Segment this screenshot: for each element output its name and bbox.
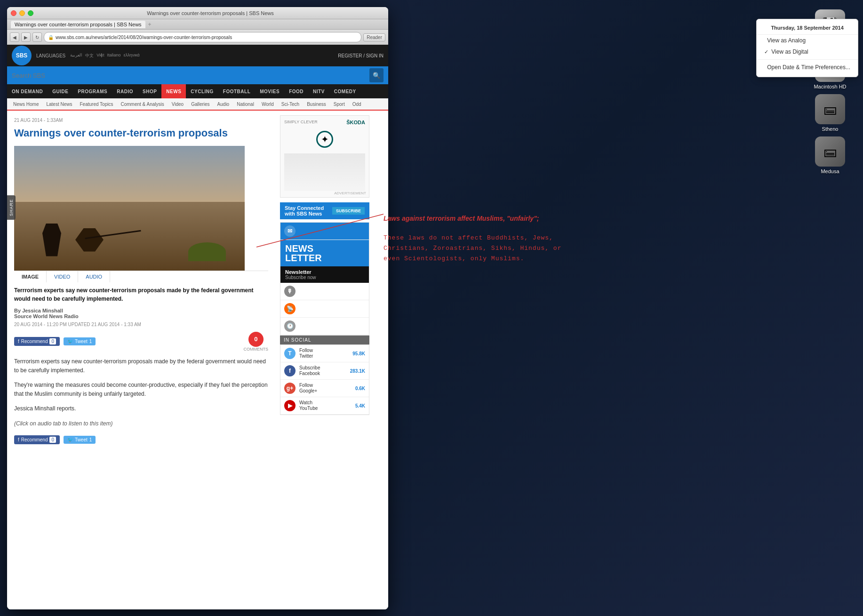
subnav-comment-analysis[interactable]: Comment & Analysis bbox=[117, 98, 168, 110]
nav-nitv[interactable]: NITV bbox=[308, 84, 329, 98]
comments-label: COMMENTS bbox=[244, 347, 269, 352]
gplus-icon: g+ bbox=[284, 383, 296, 394]
active-tab[interactable]: Warnings over counter-terrorism proposal… bbox=[11, 21, 145, 28]
maximize-button[interactable] bbox=[28, 10, 33, 16]
close-button[interactable] bbox=[11, 10, 16, 16]
nav-cycling[interactable]: CYCLING bbox=[186, 84, 218, 98]
fb-recommend-button[interactable]: f Recommend 0 bbox=[14, 337, 60, 346]
facebook-count: 283.1K bbox=[350, 368, 365, 374]
url-bar[interactable]: 🔒 www.sbs.com.au/news/article/2014/08/20… bbox=[44, 32, 361, 42]
subnav-audio[interactable]: Audio bbox=[214, 98, 233, 110]
gplus-social-item[interactable]: g+ Follow Google+ 0.6K bbox=[280, 380, 369, 397]
lang-italiano[interactable]: Italiano bbox=[107, 53, 121, 59]
nav-radio[interactable]: RADIO bbox=[112, 84, 138, 98]
search-button[interactable]: 🔍 bbox=[369, 68, 384, 82]
clock-item[interactable]: 🕐 bbox=[280, 318, 369, 335]
minimize-button[interactable] bbox=[19, 10, 25, 16]
subnav-sport[interactable]: Sport bbox=[330, 98, 349, 110]
sub-navigation: News Home Latest News Featured Topics Co… bbox=[7, 98, 388, 111]
reader-button[interactable]: Reader bbox=[363, 33, 385, 41]
nav-on-demand[interactable]: ON DEMAND bbox=[7, 84, 48, 98]
desktop-icon-medusa[interactable]: 🖴 Medusa bbox=[811, 136, 849, 174]
tab-audio[interactable]: AUDIO bbox=[78, 271, 110, 282]
window-title: Warnings over counter-terrorism proposal… bbox=[36, 10, 384, 16]
nav-shop[interactable]: SHOP bbox=[138, 84, 161, 98]
youtube-social-item[interactable]: ▶ Watch YouTube 5.4K bbox=[280, 397, 369, 415]
source-name: World News Radio bbox=[33, 313, 78, 319]
menu-divider bbox=[757, 59, 858, 60]
subnav-odd[interactable]: Odd bbox=[349, 98, 365, 110]
by-label: By bbox=[14, 308, 22, 313]
subnav-featured-topics[interactable]: Featured Topics bbox=[76, 98, 117, 110]
twitter-social-item[interactable]: T Follow Twitter 95.8K bbox=[280, 345, 369, 362]
newsletter-box: NEWS LETTER Newsletter Subscribe now bbox=[280, 240, 369, 283]
tweet-button-bottom[interactable]: 🐦 Tweet 1 bbox=[64, 436, 96, 444]
reload-button[interactable]: ↻ bbox=[32, 32, 42, 42]
view-as-analog-item[interactable]: View as Analog bbox=[757, 35, 858, 46]
subnav-sci-tech[interactable]: Sci-Tech bbox=[278, 98, 303, 110]
article-body-3: Jessica Minshall reports. bbox=[14, 404, 268, 413]
subnav-business[interactable]: Business bbox=[303, 98, 330, 110]
gplus-action: Follow bbox=[299, 383, 352, 388]
register-link[interactable]: REGISTER / SIGN IN bbox=[338, 53, 384, 58]
article-image-area: IMAGE VIDEO AUDIO bbox=[14, 146, 268, 282]
lang-arabic[interactable]: العربية bbox=[70, 53, 82, 59]
subnav-galleries[interactable]: Galleries bbox=[187, 98, 213, 110]
facebook-platform: Facebook bbox=[299, 371, 346, 376]
search-input[interactable] bbox=[12, 72, 369, 79]
languages-link[interactable]: LANGUAGES bbox=[36, 53, 65, 58]
subscribe-btn[interactable]: SUBSCRIBE bbox=[332, 207, 365, 215]
tab-video[interactable]: VIDEO bbox=[47, 271, 78, 282]
in-social-label: IN SOCIAL bbox=[280, 336, 369, 344]
article-bold-lead: Terrrorism experts say new counter-terro… bbox=[14, 286, 268, 303]
nav-comedy[interactable]: COMEDY bbox=[329, 84, 361, 98]
fb-count: 0 bbox=[49, 338, 56, 344]
nav-movies[interactable]: MOVIES bbox=[255, 84, 284, 98]
subnav-latest-news[interactable]: Latest News bbox=[42, 98, 76, 110]
facebook-social-item[interactable]: f Subscribe Facebook 283.1K bbox=[280, 362, 369, 380]
author-name: Jessica Minshall bbox=[22, 308, 63, 313]
share-label: SHARE bbox=[9, 199, 14, 216]
back-button[interactable]: ◀ bbox=[10, 32, 19, 42]
rss-icon: 📡 bbox=[284, 303, 296, 314]
site-content: SBS LANGUAGES العربية 中文 Việt Italiano ε… bbox=[7, 45, 388, 609]
newsletter-cta[interactable]: Newsletter Subscribe now bbox=[280, 266, 369, 283]
desktop: Warnings over counter-terrorism proposal… bbox=[0, 0, 863, 616]
nav-food[interactable]: FOOD bbox=[284, 84, 308, 98]
subnav-news-home[interactable]: News Home bbox=[9, 98, 42, 110]
view-as-digital-item[interactable]: View as Digital bbox=[757, 46, 858, 57]
address-bar: ◀ ▶ ↻ 🔒 www.sbs.com.au/news/article/2014… bbox=[7, 30, 388, 45]
gplus-text: Follow Google+ bbox=[299, 383, 352, 394]
subnav-video[interactable]: Video bbox=[168, 98, 187, 110]
share-sidebar[interactable]: SHARE bbox=[7, 195, 16, 220]
desktop-icon-stheno[interactable]: 🖴 Stheno bbox=[811, 94, 849, 132]
subnav-national[interactable]: National bbox=[233, 98, 258, 110]
new-tab-button[interactable]: + bbox=[148, 21, 152, 28]
fb-recommend-bottom[interactable]: f Recommend 0 bbox=[14, 435, 60, 444]
lang-viet[interactable]: Việt bbox=[96, 53, 104, 59]
forward-button[interactable]: ▶ bbox=[21, 32, 31, 42]
nav-guide[interactable]: GUIDE bbox=[48, 84, 73, 98]
tweet-button[interactable]: 🐦 Tweet 1 bbox=[64, 337, 96, 345]
subnav-world[interactable]: World bbox=[258, 98, 278, 110]
search-bar-area: 🔍 bbox=[7, 66, 388, 84]
rss-item[interactable]: 📡 bbox=[280, 300, 369, 318]
article-timestamp: 20 AUG 2014 - 11:20 PM UPDATED 21 AUG 20… bbox=[14, 322, 268, 327]
nav-news[interactable]: NEWS bbox=[161, 84, 186, 98]
tab-image[interactable]: IMAGE bbox=[14, 271, 47, 282]
twitter-icon: T bbox=[284, 348, 296, 359]
lang-greek[interactable]: ελληνικά bbox=[124, 53, 140, 59]
url-text: www.sbs.com.au/news/article/2014/08/20/w… bbox=[56, 35, 232, 40]
comments-count: 0 bbox=[248, 332, 264, 347]
social-share-row: f Recommend 0 🐦 Tweet 1 0 COMMENTS bbox=[14, 332, 268, 352]
open-date-time-prefs[interactable]: Open Date & Time Preferences... bbox=[757, 62, 858, 73]
sbs-logo: SBS bbox=[12, 46, 32, 65]
nav-programs[interactable]: PROGRAMS bbox=[73, 84, 112, 98]
comments-button[interactable]: 0 COMMENTS bbox=[244, 332, 269, 352]
youtube-text: Watch YouTube bbox=[299, 400, 352, 411]
medusa-label: Medusa bbox=[821, 168, 839, 174]
podcast-item[interactable]: 🎙 bbox=[280, 283, 369, 300]
lang-chinese[interactable]: 中文 bbox=[85, 53, 94, 59]
email-subscribe-item[interactable]: ✉ bbox=[280, 223, 369, 240]
nav-football[interactable]: FOOTBALL bbox=[218, 84, 255, 98]
